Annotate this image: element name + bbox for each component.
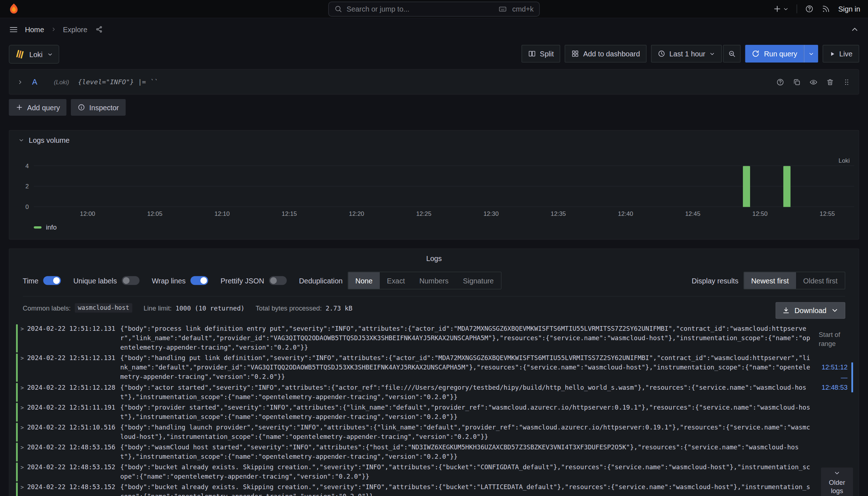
share-shortened-link-button[interactable] [95, 25, 103, 33]
log-expand-chevron[interactable]: > [21, 463, 27, 482]
query-row: A (Loki) {level="INFO"} |= `` [9, 70, 859, 94]
log-expand-chevron[interactable]: > [21, 354, 27, 382]
run-query-label: Run query [764, 50, 797, 58]
log-row[interactable]: >2024-02-22 12:48:53.152{"body":"bucket … [16, 462, 813, 482]
collapse-controls-button[interactable] [850, 25, 859, 34]
split-button[interactable]: Split [522, 45, 561, 63]
log-range-indicator[interactable]: 12:51:12 — 12:48:53 [819, 363, 853, 393]
toggle-switch[interactable] [43, 276, 61, 285]
log-expand-chevron[interactable]: > [21, 483, 27, 496]
log-level-indicator [16, 423, 18, 441]
log-expand-chevron[interactable]: > [21, 383, 27, 402]
toggle-switch[interactable] [269, 276, 287, 285]
query-editor-panel: A (Loki) {level="INFO"} |= `` [9, 69, 859, 94]
query-ref-id[interactable]: A [32, 77, 37, 86]
logs-volume-header[interactable]: Logs volume [9, 131, 859, 150]
option-exact[interactable]: Exact [380, 272, 412, 289]
toggle-label: Prettify JSON [221, 277, 264, 285]
remove-query-icon[interactable] [826, 78, 834, 86]
grafana-explore-page: Search or jump to... cmd+k Sign in [0, 0, 868, 496]
datasource-picker[interactable]: Loki [9, 45, 59, 64]
inspector-button[interactable]: Inspector [71, 99, 125, 116]
log-level-indicator [16, 324, 18, 352]
log-timestamp: 2024-02-22 12:51:10.516 [27, 423, 115, 441]
legend-label-info[interactable]: info [46, 223, 57, 231]
logs-panel: Logs Time Unique labels Wrap lines Prett… [9, 248, 859, 496]
option-none[interactable]: None [348, 272, 380, 289]
logs-panel-title: Logs [9, 249, 859, 263]
run-query-button[interactable]: Run query [745, 45, 804, 63]
rss-icon [822, 4, 830, 13]
help-button[interactable] [805, 4, 814, 13]
log-row[interactable]: >2024-02-22 12:51:12.131{"body":"handlin… [16, 353, 813, 382]
option-newest-first[interactable]: Newest first [744, 272, 796, 289]
log-level-indicator [16, 483, 18, 496]
log-row[interactable]: >2024-02-22 12:48:53.152{"body":"bucket … [16, 482, 813, 496]
display-results-control: Display results Newest firstOldest first [692, 272, 845, 290]
hamburger-icon [9, 25, 18, 34]
time-range-picker[interactable]: Last 1 hour [651, 45, 722, 63]
log-row[interactable]: >2024-02-22 12:51:11.191{"body":"provide… [16, 402, 813, 422]
x-axis-tick: 12:15 [282, 210, 297, 217]
log-row[interactable]: >2024-02-22 12:48:53.156{"body":"wasmClo… [16, 442, 813, 462]
log-row[interactable]: >2024-02-22 12:51:10.516{"body":"handlin… [16, 422, 813, 442]
option-numbers[interactable]: Numbers [412, 272, 456, 289]
datasource-name: Loki [29, 50, 43, 59]
query-collapse-chevron[interactable] [17, 79, 23, 85]
display-results-label: Display results [692, 277, 738, 285]
unique-labels-toggle: Unique labels [73, 276, 140, 285]
add-to-dashboard-button[interactable]: Add to dashboard [565, 45, 647, 63]
breadcrumb-home[interactable]: Home [25, 25, 44, 34]
log-expand-chevron[interactable]: > [21, 442, 27, 461]
zoom-out-time-button[interactable] [723, 45, 741, 63]
log-row[interactable]: >2024-02-22 12:51:12.131{"body":"process… [16, 324, 813, 353]
download-label: Download [795, 306, 827, 315]
toggle-switch[interactable] [191, 276, 208, 285]
inspector-label: Inspector [89, 103, 119, 111]
option-signature[interactable]: Signature [456, 272, 501, 289]
log-expand-chevron[interactable]: > [21, 324, 27, 352]
option-oldest-first[interactable]: Oldest first [796, 272, 845, 289]
drag-handle-icon[interactable] [843, 78, 851, 86]
older-logs-button[interactable]: Older logs [821, 467, 853, 496]
run-query-interval-dropdown[interactable] [804, 45, 818, 63]
live-button[interactable]: Live [823, 45, 859, 63]
toggle-switch[interactable] [122, 276, 140, 285]
common-labels-badge[interactable]: wasmcloud-host [75, 303, 132, 313]
log-line: {"body":"handling put link definition","… [120, 354, 813, 382]
chevron-down-icon [808, 51, 814, 57]
grafana-logo[interactable] [8, 3, 20, 15]
section-collapse-chevron-icon [18, 137, 25, 144]
x-axis-tick: 12:30 [484, 210, 499, 217]
logs-controls: Time Unique labels Wrap lines Prettify J… [23, 272, 845, 297]
time-toggle: Time [23, 276, 61, 285]
log-line: {"body":"process link definition entry p… [120, 324, 813, 352]
query-datasource-hint: (Loki) [54, 78, 69, 85]
log-line: {"body":"handling launch provider","seve… [120, 423, 813, 441]
chevron-down-icon [47, 51, 53, 57]
clock-icon [658, 50, 665, 57]
query-preview[interactable]: {level="INFO"} |= `` [78, 78, 158, 86]
search-icon [334, 5, 342, 13]
sign-in-link[interactable]: Sign in [838, 5, 860, 13]
duplicate-query-icon[interactable] [793, 78, 801, 86]
download-icon [782, 307, 790, 314]
download-button[interactable]: Download [776, 302, 846, 319]
news-button[interactable] [822, 4, 830, 13]
zoom-out-icon [728, 50, 736, 57]
logs-meta-row: Common labels: wasmcloud-host Line limit… [23, 303, 845, 313]
older-logs-label: Older logs [823, 479, 851, 495]
add-query-button[interactable]: Add query [9, 99, 67, 116]
disable-query-icon[interactable] [809, 78, 818, 86]
log-timestamp: 2024-02-22 12:51:12.128 [27, 383, 115, 402]
log-expand-chevron[interactable]: > [21, 423, 27, 441]
log-expand-chevron[interactable]: > [21, 403, 27, 422]
logs-volume-plot[interactable] [34, 163, 854, 207]
mega-menu-button[interactable] [9, 25, 18, 34]
query-help-icon[interactable] [776, 78, 784, 86]
search-input[interactable]: Search or jump to... cmd+k [328, 1, 540, 16]
chevron-down-icon [783, 6, 789, 12]
new-menu-button[interactable] [773, 4, 789, 13]
log-row[interactable]: >2024-02-22 12:51:12.128{"body":"actor s… [16, 382, 813, 402]
line-limit-label: Line limit: [144, 304, 172, 312]
